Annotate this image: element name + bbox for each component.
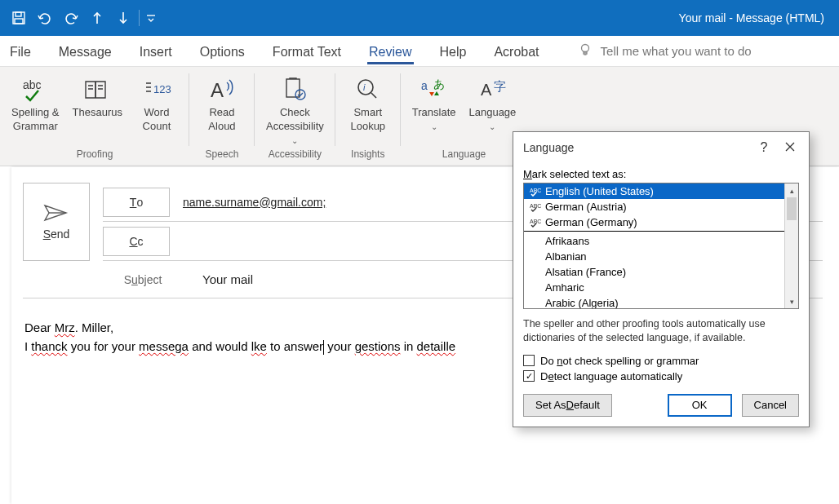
language-item[interactable]: Afrikaans [524, 233, 784, 249]
language-item-en-us[interactable]: ABC English (United States) [524, 183, 784, 199]
word-count-button[interactable]: 123 Word Count [131, 70, 183, 137]
svg-text:a: a [421, 79, 428, 92]
dialog-title: Language [523, 141, 755, 154]
language-item-de-at[interactable]: ABC German (Austria) [524, 199, 784, 214]
chevron-down-icon: ⌄ [291, 135, 298, 146]
language-item[interactable]: Albanian [524, 249, 784, 264]
svg-text:あ: あ [433, 77, 445, 91]
group-label-insights: Insights [342, 148, 394, 163]
tab-help[interactable]: Help [438, 38, 468, 64]
save-button[interactable] [7, 6, 31, 30]
svg-text:A: A [481, 81, 492, 99]
ribbon-group-accessibility: Check Accessibility ⌄ Accessibility [255, 67, 335, 166]
svg-text:abc: abc [23, 78, 42, 91]
title-bar: Your mail - Message (HTML) [0, 0, 839, 36]
set-default-button[interactable]: Set As Default [523, 394, 612, 417]
scrollbar[interactable]: ▴ ▾ [784, 183, 798, 308]
spellcheck-icon: ABC [529, 201, 542, 213]
svg-text:ABC: ABC [530, 219, 541, 224]
language-button[interactable]: A 字 Language ⌄ [464, 70, 521, 135]
ribbon-group-proofing: abc Spelling & Grammar Thesaurus 123 [0, 67, 189, 166]
language-item-de-de[interactable]: ABC German (Germany) [524, 214, 784, 232]
spelling-icon: abc [20, 73, 51, 106]
svg-point-3 [581, 45, 588, 52]
no-spellcheck-checkbox[interactable]: Do not check spelling or grammar [523, 355, 799, 367]
help-button[interactable]: ? [755, 140, 773, 155]
accessibility-icon [280, 73, 309, 106]
ribbon-group-language: a あ Translate ⌄ A 字 Language ⌄ [401, 67, 528, 166]
group-label-language: Language [407, 148, 522, 163]
detect-language-checkbox[interactable]: ✓ Detect language automatically [523, 370, 799, 382]
next-item-button[interactable] [111, 6, 135, 30]
dialog-titlebar: Language ? [513, 132, 809, 163]
chevron-down-icon: ⌄ [489, 122, 495, 132]
word-count-icon: 123 [142, 73, 171, 106]
tab-file[interactable]: File [8, 38, 33, 64]
tell-me-search[interactable]: Tell me what you want to do [578, 42, 752, 60]
tab-message[interactable]: Message [57, 38, 113, 64]
lightbulb-icon [578, 42, 593, 60]
tab-acrobat[interactable]: Acrobat [492, 38, 540, 64]
svg-text:ABC: ABC [530, 203, 541, 209]
group-label-accessibility: Accessibility [261, 148, 329, 163]
thesaurus-label: Thesaurus [73, 106, 122, 120]
tab-format-text[interactable]: Format Text [271, 38, 343, 64]
to-value[interactable]: name.surname@gmail.com; [183, 196, 326, 209]
group-label-proofing: Proofing [7, 148, 183, 163]
svg-point-9 [358, 80, 373, 95]
svg-point-8 [295, 90, 305, 99]
subject-label: Subject [103, 273, 183, 286]
scroll-up-button[interactable]: ▴ [785, 183, 798, 197]
translate-button[interactable]: a あ Translate ⌄ [407, 70, 461, 135]
tab-review[interactable]: Review [367, 38, 413, 64]
undo-button[interactable] [33, 6, 57, 30]
svg-text:123: 123 [153, 83, 171, 95]
language-item[interactable]: Arabic (Algeria) [524, 295, 784, 308]
read-aloud-button[interactable]: A Read Aloud [196, 70, 248, 137]
smart-lookup-button[interactable]: i Smart Lookup [342, 70, 394, 137]
scroll-thumb[interactable] [787, 197, 797, 220]
spellcheck-icon: ABC [529, 186, 542, 197]
ok-button[interactable]: OK [668, 394, 732, 417]
chevron-down-icon: ⌄ [431, 122, 437, 132]
thesaurus-button[interactable]: Thesaurus [68, 70, 127, 123]
checkbox-unchecked-icon [523, 355, 535, 366]
translate-icon: a あ [419, 73, 450, 106]
checkbox-checked-icon: ✓ [523, 370, 535, 382]
language-listbox[interactable]: ABC English (United States) ABC German (… [523, 183, 799, 309]
scroll-track[interactable] [785, 197, 798, 294]
check-accessibility-label: Check Accessibility [266, 106, 324, 134]
svg-text:字: 字 [494, 79, 506, 93]
close-button[interactable] [781, 141, 799, 155]
qat-separator [139, 10, 140, 26]
spelling-label: Spelling & Grammar [11, 106, 60, 134]
cancel-button[interactable]: Cancel [742, 394, 799, 417]
customize-qat-button[interactable] [143, 6, 159, 30]
to-button[interactable]: To [103, 188, 170, 217]
language-item[interactable]: Alsatian (France) [524, 264, 784, 280]
tab-insert[interactable]: Insert [138, 38, 174, 64]
check-accessibility-button[interactable]: Check Accessibility ⌄ [261, 70, 329, 149]
tell-me-placeholder: Tell me what you want to do [601, 44, 752, 58]
svg-text:A: A [211, 79, 224, 101]
redo-button[interactable] [59, 6, 83, 30]
svg-rect-2 [15, 19, 23, 24]
spelling-grammar-button[interactable]: abc Spelling & Grammar [7, 70, 64, 137]
language-list: ABC English (United States) ABC German (… [524, 183, 784, 308]
previous-item-button[interactable] [85, 6, 109, 30]
svg-rect-7 [286, 79, 300, 97]
word-count-label: Word Count [143, 106, 171, 134]
ribbon-group-insights: i Smart Lookup Insights [335, 67, 401, 166]
language-item[interactable]: Amharic [524, 280, 784, 295]
language-label: Language [468, 106, 516, 120]
scroll-down-button[interactable]: ▾ [785, 294, 798, 308]
subject-value[interactable]: Your mail [202, 272, 253, 286]
ribbon-tabs: File Message Insert Options Format Text … [0, 36, 839, 67]
tab-options[interactable]: Options [198, 38, 246, 64]
language-icon: A 字 [477, 73, 507, 106]
window-title: Your mail - Message (HTML) [679, 11, 832, 24]
spellcheck-icon: ABC [529, 217, 542, 228]
send-button[interactable]: Send [23, 183, 90, 261]
dialog-description: The speller and other proofing tools aut… [523, 317, 799, 345]
cc-button[interactable]: Cc [103, 227, 170, 256]
